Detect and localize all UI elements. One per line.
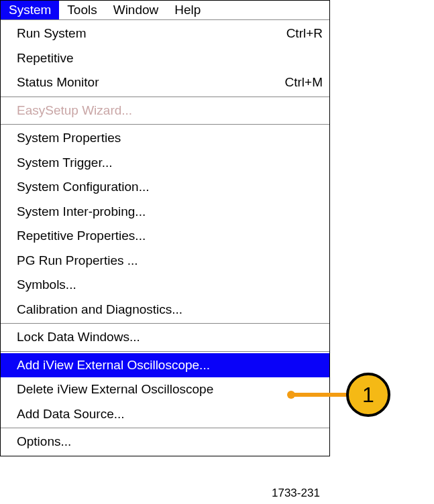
system-menu-dropdown: Run System Ctrl+R Repetitive Status Moni…: [1, 20, 329, 456]
callout-dot: [287, 391, 295, 399]
menu-item-label: EasySetup Wizard...: [17, 101, 132, 121]
menu-container: System Tools Window Help Run System Ctrl…: [0, 0, 330, 456]
menu-item-pg-run-properties[interactable]: PG Run Properties ...: [1, 249, 329, 273]
menu-section: EasySetup Wizard...: [1, 97, 329, 125]
callout-circle-1: 1: [346, 373, 390, 417]
menu-section: System Properties System Trigger... Syst…: [1, 125, 329, 324]
menu-item-add-data-source[interactable]: Add Data Source...: [1, 402, 329, 427]
menu-item-status-monitor[interactable]: Status Monitor Ctrl+M: [1, 70, 329, 95]
menu-item-label: Add Data Source...: [17, 405, 125, 424]
menu-item-label: System Trigger...: [17, 153, 113, 173]
menu-section: Run System Ctrl+R Repetitive Status Moni…: [1, 20, 329, 97]
callout-line: [291, 393, 353, 397]
menu-item-repetitive[interactable]: Repetitive: [1, 46, 329, 71]
menu-item-shortcut: Ctrl+M: [258, 73, 323, 92]
menu-item-system-inter-probing[interactable]: System Inter-probing...: [1, 200, 329, 225]
menu-item-symbols[interactable]: Symbols...: [1, 273, 329, 298]
menu-item-label: Repetitive Properties...: [17, 227, 146, 246]
menubar-item-system[interactable]: System: [1, 1, 59, 19]
menu-item-label: Run System: [17, 24, 86, 44]
menu-item-label: Status Monitor: [17, 73, 99, 92]
menu-item-label: Repetitive: [17, 49, 74, 68]
menu-item-shortcut: Ctrl+R: [260, 24, 323, 44]
menubar-item-tools[interactable]: Tools: [59, 1, 105, 19]
menu-item-label: System Properties: [17, 129, 121, 148]
menubar: System Tools Window Help: [1, 1, 329, 20]
menu-item-label: System Configuration...: [17, 178, 149, 197]
image-id-label: 1733-231: [272, 487, 320, 500]
menu-item-label: Add iView External Oscilloscope...: [17, 356, 210, 375]
menu-section: Add iView External Oscilloscope... Delet…: [1, 352, 329, 429]
menu-item-label: Symbols...: [17, 275, 76, 295]
menu-item-label: Lock Data Windows...: [17, 328, 140, 347]
menu-item-label: PG Run Properties ...: [17, 251, 138, 271]
menu-item-label: System Inter-probing...: [17, 202, 146, 222]
menu-item-system-trigger[interactable]: System Trigger...: [1, 151, 329, 176]
menu-item-lock-data-windows[interactable]: Lock Data Windows...: [1, 325, 329, 350]
menu-item-system-properties[interactable]: System Properties: [1, 126, 329, 151]
menu-item-label: Calibration and Diagnostics...: [17, 300, 182, 320]
menu-item-label: Delete iView External Oscilloscope: [17, 380, 213, 399]
menu-item-easysetup-wizard: EasySetup Wizard...: [1, 99, 329, 123]
menubar-item-window[interactable]: Window: [105, 1, 167, 19]
menu-item-run-system[interactable]: Run System Ctrl+R: [1, 21, 329, 46]
menu-item-delete-iview-oscilloscope[interactable]: Delete iView External Oscilloscope: [1, 377, 329, 402]
menubar-item-help[interactable]: Help: [166, 1, 209, 19]
menu-item-label: Options...: [17, 432, 71, 452]
menu-section: Lock Data Windows...: [1, 324, 329, 352]
menu-item-repetitive-properties[interactable]: Repetitive Properties...: [1, 224, 329, 249]
callout-number: 1: [362, 383, 374, 407]
menu-section: Options...: [1, 428, 329, 456]
menu-item-calibration-diagnostics[interactable]: Calibration and Diagnostics...: [1, 298, 329, 322]
menu-item-add-iview-oscilloscope[interactable]: Add iView External Oscilloscope...: [1, 353, 329, 378]
menu-item-options[interactable]: Options...: [1, 430, 329, 454]
menu-item-system-configuration[interactable]: System Configuration...: [1, 175, 329, 200]
